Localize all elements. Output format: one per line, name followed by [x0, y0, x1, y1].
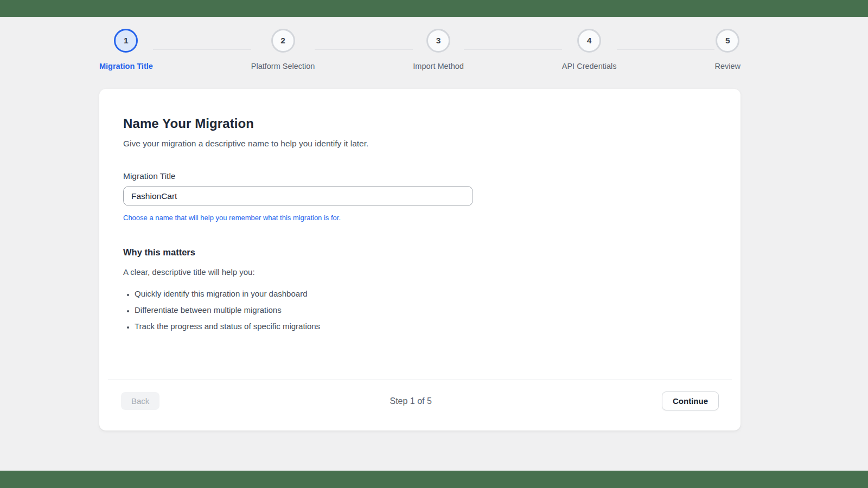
wizard-page: 1 Migration Title 2 Platform Selection 3… [0, 17, 868, 431]
stepper-connector [153, 49, 251, 50]
stepper-connector [464, 49, 562, 50]
stepper-step-migration-title[interactable]: 1 Migration Title [99, 29, 153, 70]
why-this-matters-heading: Why this matters [123, 247, 717, 258]
list-item: Differentiate between multiple migration… [135, 305, 717, 315]
step-4-circle[interactable]: 4 [577, 29, 601, 53]
step-1-circle[interactable]: 1 [114, 29, 138, 53]
step-4-label: API Credentials [562, 62, 617, 70]
why-this-matters-list: Quickly identify this migration in your … [123, 288, 717, 331]
page-title: Name Your Migration [123, 116, 717, 131]
step-1-label: Migration Title [99, 62, 153, 70]
migration-title-label: Migration Title [123, 171, 717, 181]
top-accent-bar [0, 0, 868, 17]
stepper-connector [315, 49, 413, 50]
continue-button[interactable]: Continue [662, 391, 719, 410]
stepper-step-review[interactable]: 5 Review [714, 29, 741, 70]
step-3-circle[interactable]: 3 [426, 29, 450, 53]
stepper-connector [617, 49, 715, 50]
stepper-step-import-method[interactable]: 3 Import Method [413, 29, 464, 70]
back-button[interactable]: Back [121, 392, 159, 410]
step-3-label: Import Method [413, 62, 464, 70]
stepper-step-api-credentials[interactable]: 4 API Credentials [562, 29, 617, 70]
list-item: Quickly identify this migration in your … [135, 288, 717, 299]
step-5-label: Review [714, 62, 741, 70]
wizard-footer: Back Step 1 of 5 Continue [99, 380, 741, 431]
wizard-card: Name Your Migration Give your migration … [99, 89, 741, 431]
list-item: Track the progress and status of specifi… [135, 321, 717, 331]
why-this-matters-intro: A clear, descriptive title will help you… [123, 267, 717, 277]
migration-title-input[interactable] [123, 186, 473, 206]
page-subtitle: Give your migration a descriptive name t… [123, 139, 717, 149]
step-5-circle[interactable]: 5 [716, 29, 739, 53]
step-2-label: Platform Selection [251, 62, 315, 70]
step-2-circle[interactable]: 2 [271, 29, 295, 53]
stepper-step-platform-selection[interactable]: 2 Platform Selection [251, 29, 315, 70]
step-progress-text: Step 1 of 5 [390, 396, 431, 406]
wizard-stepper: 1 Migration Title 2 Platform Selection 3… [99, 29, 741, 70]
bottom-accent-bar [0, 471, 868, 488]
migration-title-helper: Choose a name that will help you remembe… [123, 214, 717, 222]
